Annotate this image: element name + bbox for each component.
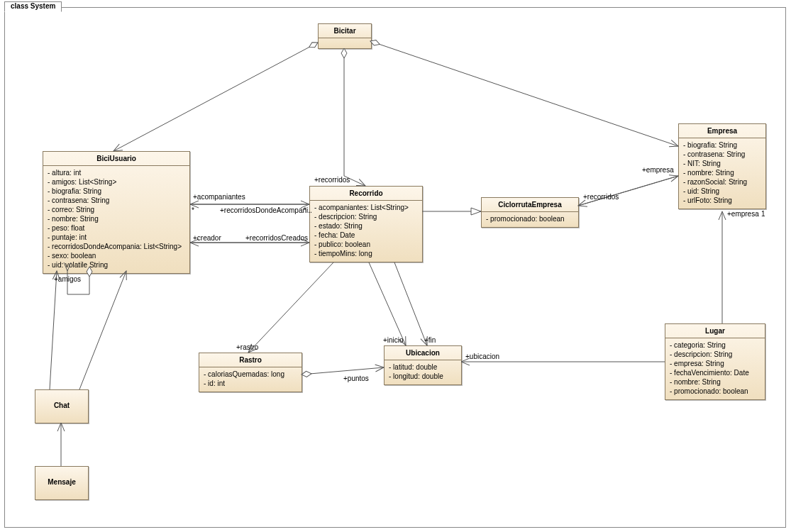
lbl-recc: +recorridosCreados: [245, 234, 308, 242]
lbl-inicio: +inicio: [383, 336, 404, 344]
class-chat-title: Chat: [35, 390, 88, 412]
class-biciusuario-attrs: - altura: int - amigos: List<String> - b…: [43, 166, 189, 273]
lbl-acompaniantes: +acompaniantes: [193, 193, 245, 201]
class-empresa: Empresa - biografia: String - contrasena…: [678, 123, 766, 209]
class-recorrido: Recorrido - acompaniantes: List<String> …: [309, 186, 423, 262]
class-ciclorruta-title: CiclorrutaEmpresa: [482, 198, 578, 212]
lbl-puntos: +puntos: [343, 375, 369, 382]
class-biciusuario: BiciUsuario - altura: int - amigos: List…: [43, 151, 190, 274]
class-lugar-attrs: - categoria: String - descripcion: Strin…: [665, 338, 765, 399]
lbl-creador: +creador: [193, 234, 221, 242]
class-ubicacion-title: Ubicacion: [385, 346, 461, 360]
lbl-star2: *: [304, 206, 306, 214]
class-lugar: Lugar - categoria: String - descripcion:…: [665, 323, 765, 400]
class-biciusuario-title: BiciUsuario: [43, 152, 189, 166]
class-ubicacion: Ubicacion - latitud: double - longitud: …: [384, 345, 462, 385]
class-mensaje-title: Mensaje: [35, 467, 88, 489]
class-lugar-title: Lugar: [665, 324, 765, 338]
class-rastro-attrs: - caloriasQuemadas: long - id: int: [199, 367, 302, 392]
lbl-empresa1: +empresa: [642, 166, 674, 174]
lbl-fin: +fin: [424, 336, 436, 344]
lbl-amigos: +amigos: [54, 275, 81, 283]
class-mensaje: Mensaje: [35, 466, 89, 500]
lbl-recorridos1: +recorridos: [314, 176, 350, 184]
class-chat: Chat: [35, 389, 89, 423]
lbl-ubicacion: +ubicacion: [465, 353, 499, 360]
lbl-one: 1: [761, 210, 765, 218]
lbl-recorridos2: +recorridos: [583, 193, 619, 201]
class-recorrido-title: Recorrido: [310, 187, 422, 201]
class-rastro: Rastro - caloriasQuemadas: long - id: in…: [199, 353, 302, 392]
lbl-star1: *: [192, 206, 194, 214]
class-bicitar: Bicitar: [318, 23, 372, 49]
class-ciclorruta: CiclorrutaEmpresa - promocionado: boolea…: [481, 197, 579, 228]
class-bicitar-title: Bicitar: [319, 24, 371, 38]
class-ubicacion-attrs: - latitud: double - longitud: double: [385, 360, 461, 384]
diagram-title: class System: [4, 1, 62, 12]
class-empresa-title: Empresa: [679, 124, 765, 138]
lbl-rastro: +rastro: [236, 343, 258, 351]
lbl-rda: +recorridosDondeAcompani..: [220, 206, 312, 214]
class-ciclorruta-attrs: - promocionado: boolean: [482, 212, 578, 227]
class-rastro-title: Rastro: [199, 353, 302, 367]
lbl-empresa2: +empresa: [727, 210, 759, 218]
class-recorrido-attrs: - acompaniantes: List<String> - descripc…: [310, 201, 422, 262]
class-empresa-attrs: - biografia: String - contrasena: String…: [679, 138, 765, 209]
